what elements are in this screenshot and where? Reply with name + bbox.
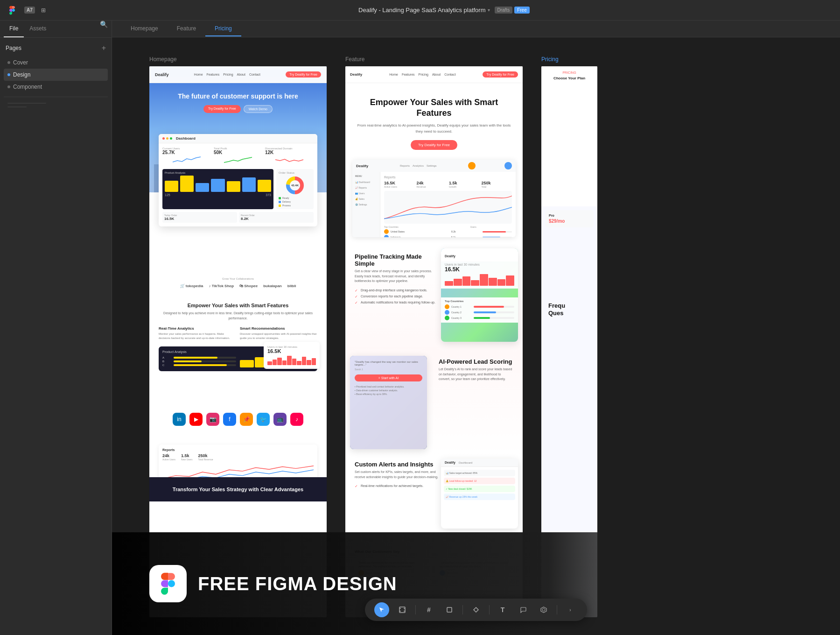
tab-pricing[interactable]: Pricing — [205, 21, 241, 36]
bt-pen-tool[interactable] — [469, 602, 483, 617]
bt-chevron-tool[interactable]: › — [563, 602, 578, 617]
hp-us-bar-9 — [307, 360, 311, 365]
hp-db-legend: Ready Delivery Process — [279, 197, 311, 207]
faq-title: FrequQues — [548, 302, 590, 317]
hp-pp-bar-track-1 — [174, 357, 236, 359]
page-item-cover[interactable]: Cover — [4, 56, 108, 69]
sidebar-tabs: File Assets 🔍 — [0, 21, 112, 38]
sparkline-2 — [214, 155, 262, 164]
pipeline-country-name-2: Country 2 — [451, 311, 472, 314]
feat-db-stat-val-total: 250k — [482, 181, 512, 185]
top-bar: A7 ⊞ Dealify - Landing Page SaaS Analyti… — [0, 0, 840, 21]
tab-homepage[interactable]: Homepage — [121, 21, 168, 36]
sidebar: File Assets 🔍 Pages + Cover Design Compo… — [0, 21, 112, 635]
hp-features-section: Empower Your Sales with Smart Features D… — [149, 295, 327, 348]
hp-nav-features: Features — [207, 73, 220, 76]
hp-db-stat-value-2: 50K — [214, 150, 262, 155]
bar-4 — [211, 179, 224, 192]
page-item-design[interactable]: Design — [4, 69, 108, 81]
ai-start-btn[interactable]: + Start with AI — [355, 374, 422, 381]
alerts-title: Custom Alerts and Insights — [355, 461, 439, 468]
social-icon-youtube: ▶ — [189, 413, 203, 426]
pipeline-country-bar-3 — [474, 317, 514, 319]
tab-feature[interactable]: Feature — [168, 21, 205, 36]
brand-blibli: blibli — [287, 284, 296, 288]
feat-db-sidebar-reports: 📈 Reports — [355, 185, 377, 190]
feat-db-stat-label-growth: Growth — [449, 185, 480, 188]
alerts-panel-row-3: ✓ New deal closed: $15K — [444, 486, 515, 492]
hp-db-stat-value-3: 12K — [265, 150, 314, 155]
hp-logos-row: 🛒 tokopedia ♪ TikTok Shop 🛍 Shopee bukal… — [155, 284, 321, 288]
bt-text-tool[interactable]: T — [495, 602, 510, 617]
feat-db-stats-row: 16.5K Active Users 24k Revenue 1.5k — [384, 181, 512, 188]
search-button[interactable]: 🔍 — [100, 21, 108, 37]
feat-db-logo: Dealify — [356, 164, 368, 168]
ai-panel-content: "Dealify has changed the way we monitor … — [350, 356, 427, 449]
svg-rect-4 — [399, 607, 405, 613]
view-toggle-btn[interactable]: ⊞ — [37, 4, 50, 17]
social-icon-facebook: f — [223, 413, 236, 426]
feat-hero-cta[interactable]: Try Dealify for Free — [411, 140, 457, 150]
hp-features-cards: Real-Time Analytics Monitor your sales p… — [159, 326, 317, 340]
feat-nav-home: Home — [389, 73, 398, 76]
bt-hash-tool[interactable]: # — [421, 602, 436, 617]
add-page-button[interactable]: + — [102, 44, 106, 52]
hp-user-stats: Users in last 30 minutes 16.5K — [264, 342, 320, 369]
hp-db-stats: Current Users 25.7K Total Profit 50K — [162, 147, 314, 166]
pipeline-country-name-3: Country 3 — [451, 317, 472, 319]
bt-comment-tool[interactable] — [516, 602, 531, 617]
alerts-panel-subtitle: Dashboard — [459, 461, 472, 464]
hp-db-content: Current Users 25.7K Total Profit 50K — [159, 143, 317, 226]
hp-hero-btn2[interactable]: Watch Demo — [244, 105, 273, 113]
bt-separator-3 — [489, 605, 490, 614]
hp-nav-cta[interactable]: Try Dealify for Free — [286, 71, 321, 78]
hp-pp-bar-fill-2 — [174, 360, 202, 362]
pricing-heading: Choose Your Plan — [546, 76, 593, 81]
tab-file[interactable]: File — [4, 21, 24, 37]
feat-db-tab-analytics: Analytics — [413, 164, 424, 167]
hp-db-dot-green — [170, 137, 172, 140]
feat-db-chart-area — [384, 191, 512, 224]
feat-db-stat-total: 250k Total — [482, 181, 512, 188]
ai-img-panel: "Dealify has changed the way we monitor … — [350, 356, 427, 449]
feat-db-th-users: Users — [470, 226, 512, 228]
social-icon-twitter: 🐦 — [257, 413, 270, 426]
alerts-panel-row-4: 📈 Revenue up 23% this week — [444, 494, 515, 500]
pipeline-countries-label: Top Countries — [445, 300, 514, 303]
bt-cursor-tool[interactable] — [374, 602, 389, 617]
feat-nav-pricing: Pricing — [419, 73, 428, 76]
bottom-toolbar: # T — [365, 599, 587, 621]
hp-pp-chart-bar-1 — [240, 360, 254, 367]
feat-db-sidebar-title: MENU — [355, 175, 377, 177]
bt-component-tool[interactable] — [536, 602, 551, 617]
free-badge: Free — [514, 7, 530, 14]
hp-db-header: Dashboard — [159, 134, 317, 143]
brand-bukalapak: bukalapan — [263, 284, 282, 288]
feat-nav-features: Features — [402, 73, 415, 76]
page-label-cover: Cover — [13, 59, 28, 66]
feat-nav-cta[interactable]: Try Dealify for Free — [483, 71, 518, 78]
feat-db-tab-reports: Reports — [400, 164, 410, 167]
pipeline-country-avatar-3 — [445, 316, 449, 320]
feat-db-main: Reports 16.5K Active Users 24k Revenue — [380, 172, 516, 237]
bt-separator-1 — [415, 605, 416, 614]
hp-social-icons: in ▶ 📷 f 📌 🐦 📺 ♪ — [159, 413, 317, 426]
hp-db-bottom-stats: Today Order 16.5K Recent Order 8.2K — [162, 212, 314, 223]
pipeline-feat-3: Automatic notifications for leads requir… — [355, 301, 439, 305]
hp-rep-stat-3: 250k Total Revenue — [198, 453, 213, 461]
ai-feat-2: ▪ Data-driven customer behavior analysis… — [355, 389, 422, 392]
bt-frame-tool[interactable] — [395, 602, 410, 617]
hp-hero-title: The future of customer support is here — [149, 92, 327, 100]
pipeline-bar-6 — [489, 278, 497, 286]
alerts-dashboard-panel: Dealify Dashboard 📊 Sales target achieve… — [441, 459, 518, 529]
hp-bottom-stat-today: Today Order 16.5K — [162, 212, 237, 223]
hp-hero-btn1[interactable]: Try Dealify for Free — [203, 105, 241, 113]
ai-panel-author: Sarah J. — [355, 368, 422, 371]
page-item-component[interactable]: Component — [4, 81, 108, 93]
tab-assets[interactable]: Assets — [24, 21, 52, 37]
pipeline-feat-2: Conversion reports for each pipeline sta… — [355, 295, 439, 299]
bt-rect-tool[interactable] — [442, 602, 457, 617]
hp-us-bar-8 — [302, 357, 307, 365]
pipeline-img-panel: Dealify Users in last 30 minutes 16.5K — [441, 248, 518, 342]
figma-logo-icon[interactable] — [6, 4, 19, 17]
